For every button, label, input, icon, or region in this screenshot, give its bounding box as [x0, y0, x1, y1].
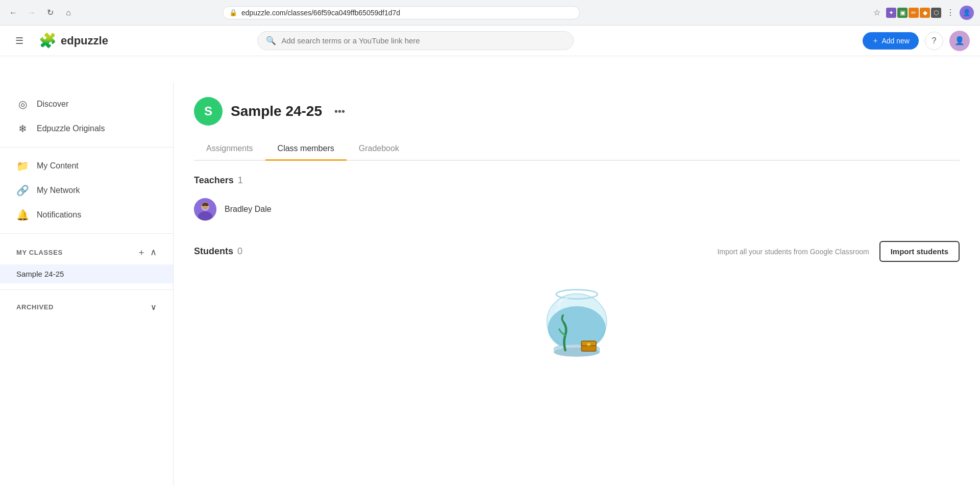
header-right: ＋ Add new ? 👤 [863, 31, 970, 51]
notifications-icon: 🔔 [16, 209, 29, 221]
svg-rect-14 [587, 343, 591, 346]
address-bar[interactable] [241, 9, 573, 17]
network-icon: 🔗 [16, 184, 29, 197]
sidebar-item-discover-label: Discover [37, 100, 68, 109]
class-avatar: S [194, 97, 223, 126]
students-actions: Import all your students from Google Cla… [717, 241, 960, 262]
class-title: Sample 24-25 [231, 103, 322, 119]
add-new-button[interactable]: ＋ Add new [863, 32, 919, 50]
teacher-name-bradley: Bradley Dale [225, 205, 272, 214]
class-item-sample[interactable]: Sample 24-25 [0, 264, 173, 283]
sidebar-item-notifications-label: Notifications [37, 210, 81, 220]
logo-puzzle-icon: 🧩 [39, 32, 57, 49]
app-body: ☰ 🧩 edpuzzle 🔍 ＋ Add new ? 👤 [0, 26, 980, 486]
sidebar: ◎ Discover ❄ Edpuzzle Originals 📁 My Con… [0, 82, 174, 486]
ext-sparkle: ✦ [886, 8, 896, 18]
logo[interactable]: 🧩 edpuzzle [39, 32, 108, 49]
tab-assignments-label: Assignments [206, 144, 253, 153]
import-students-label: Import students [891, 247, 948, 256]
nav-divider-2 [0, 233, 173, 234]
my-classes-actions: ＋ ∧ [137, 246, 157, 258]
sidebar-item-originals[interactable]: ❄ Edpuzzle Originals [0, 116, 173, 141]
forward-button[interactable]: → [24, 6, 39, 20]
archived-label: ARCHIVED [16, 303, 54, 311]
teachers-count: 1 [238, 175, 243, 186]
nav-divider-1 [0, 147, 173, 148]
sidebar-item-content-label: My Content [37, 161, 79, 171]
tab-assignments[interactable]: Assignments [194, 138, 265, 161]
reload-button[interactable]: ↻ [43, 6, 57, 20]
search-bar: 🔍 [257, 31, 574, 50]
svg-point-4 [203, 205, 204, 206]
search-input[interactable] [281, 36, 565, 45]
ext-green: ▣ [897, 8, 908, 18]
teachers-label: Teachers [194, 175, 234, 186]
browser-chrome: ← → ↻ ⌂ 🔒 ☆ ✦ ▣ ✏ ◆ ⬡ ⋮ 👤 [0, 0, 980, 26]
extension-icons: ✦ ▣ ✏ ◆ ⬡ [886, 8, 941, 18]
students-section-title: Students 0 [194, 246, 242, 257]
sidebar-item-network-label: My Network [37, 186, 80, 195]
tab-gradebook-label: Gradebook [359, 144, 399, 153]
students-section: Students 0 Import all your students from… [194, 241, 960, 262]
browser-actions: ☆ ✦ ▣ ✏ ◆ ⬡ ⋮ 👤 [870, 6, 974, 20]
sidebar-item-discover[interactable]: ◎ Discover [0, 92, 173, 116]
teachers-section-header: Teachers 1 [194, 175, 960, 186]
ext-pencil: ✏ [909, 8, 919, 18]
students-count: 0 [237, 246, 242, 257]
sidebar-item-network[interactable]: 🔗 My Network [0, 178, 173, 203]
my-classes-label: MY CLASSES [16, 249, 63, 256]
sidebar-item-notifications[interactable]: 🔔 Notifications [0, 203, 173, 227]
sidebar-item-originals-label: Edpuzzle Originals [37, 124, 105, 133]
logo-text: edpuzzle [61, 34, 108, 47]
add-class-button[interactable]: ＋ [137, 246, 146, 258]
expand-archived-icon: ∨ [151, 302, 157, 312]
bookmark-button[interactable]: ☆ [870, 6, 884, 20]
menu-button[interactable]: ⋮ [943, 6, 958, 20]
user-avatar[interactable]: 👤 [949, 31, 970, 51]
tab-class-members[interactable]: Class members [265, 138, 347, 161]
help-icon: ? [932, 36, 937, 45]
class-item-label: Sample 24-25 [16, 270, 64, 278]
tabs-container: Assignments Class members Gradebook [194, 138, 960, 161]
class-avatar-letter: S [204, 104, 212, 118]
hamburger-button[interactable]: ☰ [10, 32, 29, 50]
students-label: Students [194, 246, 233, 257]
search-icon: 🔍 [266, 36, 276, 45]
my-classes-section: MY CLASSES ＋ ∧ [0, 240, 173, 264]
lock-icon: 🔒 [229, 9, 237, 16]
ext-orange: ◆ [920, 8, 930, 18]
teacher-item-bradley: Bradley Dale [194, 194, 960, 225]
app-header: ☰ 🧩 edpuzzle 🔍 ＋ Add new ? 👤 [0, 26, 980, 56]
teacher-avatar-bradley [194, 198, 216, 221]
help-button[interactable]: ? [925, 32, 943, 50]
students-header: Students 0 Import all your students from… [194, 241, 960, 262]
nav-divider-3 [0, 289, 173, 290]
svg-point-7 [548, 306, 605, 350]
discover-icon: ◎ [16, 98, 29, 110]
content-icon: 📁 [16, 160, 29, 172]
address-bar-container: 🔒 [223, 6, 580, 19]
import-hint: Import all your students from Google Cla… [717, 248, 869, 256]
add-icon: ＋ [872, 36, 879, 45]
fish-bowl-svg [531, 282, 623, 374]
svg-point-5 [206, 205, 207, 206]
class-header: S Sample 24-25 ••• [194, 97, 960, 126]
more-options-button[interactable]: ••• [330, 104, 349, 119]
fish-bowl-illustration [194, 282, 960, 374]
collapse-classes-button[interactable]: ∧ [150, 247, 157, 258]
import-students-button[interactable]: Import students [879, 241, 960, 262]
ext-puzzle: ⬡ [931, 8, 941, 18]
archived-section[interactable]: ARCHIVED ∨ [0, 296, 173, 318]
originals-icon: ❄ [16, 123, 29, 135]
add-new-label: Add new [882, 37, 910, 45]
browser-profile[interactable]: 👤 [960, 6, 974, 20]
home-button[interactable]: ⌂ [61, 6, 76, 20]
back-button[interactable]: ← [6, 6, 20, 20]
tab-class-members-label: Class members [278, 144, 334, 153]
sidebar-item-content[interactable]: 📁 My Content [0, 154, 173, 178]
tab-gradebook[interactable]: Gradebook [347, 138, 411, 161]
main-content: S Sample 24-25 ••• Assignments Class mem… [174, 82, 980, 486]
